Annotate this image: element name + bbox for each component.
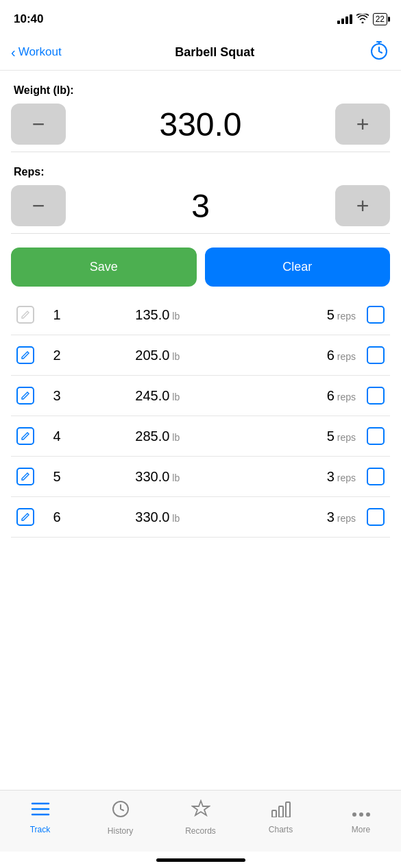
weight-label: Weight (lb): xyxy=(11,84,390,97)
set-reps: 5 reps xyxy=(241,416,361,457)
back-button[interactable]: ‹ Workout xyxy=(11,45,62,59)
set-weight: 285.0 lb xyxy=(74,416,241,457)
tab-charts[interactable]: Charts xyxy=(241,801,321,834)
reps-value: 3 xyxy=(66,187,335,225)
tab-more-label: More xyxy=(352,825,370,834)
reps-decrement-button[interactable]: − xyxy=(11,185,66,226)
sets-table: 1 135.0 lb 5 reps 2 205.0 lb xyxy=(11,295,390,538)
tab-history[interactable]: History xyxy=(80,799,160,836)
weight-increment-button[interactable]: + xyxy=(335,104,390,145)
action-buttons: Save Clear xyxy=(11,248,390,287)
svg-point-10 xyxy=(366,812,370,817)
reps-stepper: − 3 + xyxy=(11,185,390,226)
set-number: 2 xyxy=(40,335,74,376)
tab-history-label: History xyxy=(108,826,133,836)
table-row: 3 245.0 lb 6 reps xyxy=(11,376,390,416)
home-indicator xyxy=(0,852,401,868)
back-chevron-icon: ‹ xyxy=(11,45,16,59)
set-weight: 205.0 lb xyxy=(74,335,241,376)
set-reps: 6 reps xyxy=(241,376,361,416)
table-row: 4 285.0 lb 5 reps xyxy=(11,416,390,457)
edit-icon[interactable] xyxy=(16,387,34,405)
set-number: 5 xyxy=(40,457,74,497)
page-title: Barbell Squat xyxy=(175,45,254,60)
svg-rect-7 xyxy=(286,802,290,817)
tab-track-label: Track xyxy=(30,825,51,834)
edit-icon[interactable] xyxy=(16,427,34,445)
tab-track[interactable]: Track xyxy=(0,801,80,834)
weight-stepper: − 330.0 + xyxy=(11,104,390,145)
set-checkbox[interactable] xyxy=(367,306,385,324)
set-weight: 330.0 lb xyxy=(74,457,241,497)
table-row: 6 330.0 lb 3 reps xyxy=(11,497,390,538)
set-weight: 330.0 lb xyxy=(74,497,241,538)
tab-records[interactable]: Records xyxy=(160,799,241,836)
weight-value: 330.0 xyxy=(66,106,335,143)
edit-icon[interactable] xyxy=(16,306,34,324)
status-bar: 10:40 22 xyxy=(0,0,401,34)
reps-increment-button[interactable]: + xyxy=(335,185,390,226)
svg-rect-6 xyxy=(279,806,283,817)
edit-icon[interactable] xyxy=(16,468,34,485)
back-label: Workout xyxy=(19,45,62,59)
wifi-icon xyxy=(356,14,369,25)
set-number: 6 xyxy=(40,497,74,538)
tab-bar: Track History Records Charts xyxy=(0,790,401,852)
svg-point-9 xyxy=(359,812,363,817)
table-row: 1 135.0 lb 5 reps xyxy=(11,295,390,335)
track-icon xyxy=(31,801,50,822)
table-row: 2 205.0 lb 6 reps xyxy=(11,335,390,376)
set-number: 3 xyxy=(40,376,74,416)
timer-icon[interactable] xyxy=(368,40,390,64)
records-icon xyxy=(191,799,210,823)
charts-icon xyxy=(271,801,291,822)
set-reps: 3 reps xyxy=(241,457,361,497)
reps-divider xyxy=(11,233,390,234)
save-button[interactable]: Save xyxy=(11,248,197,287)
reps-label: Reps: xyxy=(11,166,390,178)
set-checkbox[interactable] xyxy=(367,468,385,485)
set-weight: 135.0 lb xyxy=(74,295,241,335)
set-weight: 245.0 lb xyxy=(74,376,241,416)
set-reps: 5 reps xyxy=(241,295,361,335)
edit-icon[interactable] xyxy=(16,508,34,526)
clear-button[interactable]: Clear xyxy=(205,248,391,287)
set-reps: 6 reps xyxy=(241,335,361,376)
nav-bar: ‹ Workout Barbell Squat xyxy=(0,34,401,71)
history-icon xyxy=(111,799,130,823)
weight-divider xyxy=(11,152,390,152)
set-checkbox[interactable] xyxy=(367,346,385,364)
tab-records-label: Records xyxy=(185,826,216,836)
status-time: 10:40 xyxy=(14,12,43,26)
weight-decrement-button[interactable]: − xyxy=(11,104,66,145)
main-content: Weight (lb): − 330.0 + Reps: − 3 + Save … xyxy=(0,71,401,790)
tab-more[interactable]: More xyxy=(321,801,401,834)
set-number: 1 xyxy=(40,295,74,335)
svg-rect-5 xyxy=(272,810,276,817)
set-checkbox[interactable] xyxy=(367,508,385,526)
edit-icon[interactable] xyxy=(16,346,34,364)
battery-icon: 22 xyxy=(373,13,387,25)
set-checkbox[interactable] xyxy=(367,427,385,445)
signal-bars-icon xyxy=(337,14,352,24)
home-indicator-bar xyxy=(156,858,245,862)
status-icons: 22 xyxy=(337,13,387,25)
set-checkbox[interactable] xyxy=(367,387,385,405)
svg-point-8 xyxy=(352,812,356,817)
set-reps: 3 reps xyxy=(241,497,361,538)
set-number: 4 xyxy=(40,416,74,457)
table-row: 5 330.0 lb 3 reps xyxy=(11,457,390,497)
tab-charts-label: Charts xyxy=(269,825,293,834)
more-icon xyxy=(352,801,371,822)
